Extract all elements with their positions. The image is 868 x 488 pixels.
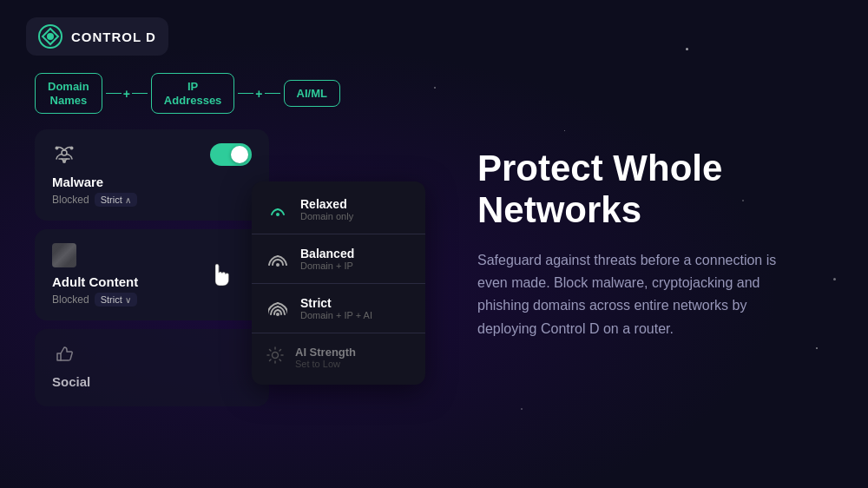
- card-social[interactable]: Social: [35, 329, 269, 406]
- dropdown-divider-3: [252, 333, 425, 333]
- dropdown-divider-1: [252, 234, 425, 234]
- signal-high-icon: [266, 296, 290, 320]
- svg-point-4: [70, 147, 74, 150]
- malware-icon: [52, 143, 76, 168]
- hero-description: Safeguard against threats before a conne…: [477, 249, 790, 341]
- headline-bold: Protect: [477, 148, 603, 188]
- social-icon: [52, 343, 76, 367]
- card-social-header: [52, 343, 252, 367]
- malware-label: Blocked: [52, 194, 89, 206]
- left-panel: CONTROL D Domain Names + IP Addresses + …: [0, 0, 451, 488]
- social-title: Social: [52, 374, 252, 389]
- dropdown-menu: Relaxed Domain only: [252, 181, 425, 385]
- dropdown-relaxed-text: Relaxed Domain only: [300, 197, 353, 221]
- tab-ip-addresses[interactable]: IP Addresses: [151, 73, 234, 114]
- hero-headline: Protect WholeNetworks: [477, 148, 825, 232]
- ai-strength-text: AI Strength Set to Low: [295, 346, 356, 369]
- adult-title: Adult Content: [52, 274, 252, 289]
- svg-point-8: [276, 313, 279, 316]
- logo-text: CONTROL D: [71, 30, 156, 44]
- tab-connector-2: +: [234, 87, 283, 101]
- adult-badge[interactable]: Strict ∨: [95, 293, 137, 307]
- adult-subtitle: Blocked Strict ∨: [52, 293, 252, 307]
- logo[interactable]: CONTROL D: [26, 17, 168, 56]
- adult-content-icon: [52, 243, 76, 267]
- svg-point-6: [276, 213, 279, 216]
- malware-toggle[interactable]: [210, 143, 252, 166]
- card-malware[interactable]: Malware Blocked Strict ∧: [35, 129, 269, 221]
- svg-point-1: [47, 33, 54, 40]
- tab-connector-1: +: [102, 87, 151, 101]
- card-adult-content[interactable]: Adult Content Blocked Strict ∨: [35, 229, 269, 320]
- svg-point-9: [273, 353, 279, 359]
- signal-low-icon: [266, 197, 290, 221]
- dropdown-item-strict[interactable]: Strict Domain + IP + AI: [252, 287, 425, 329]
- tab-domain-names[interactable]: Domain Names: [35, 73, 102, 114]
- card-malware-header: [52, 143, 252, 168]
- malware-subtitle: Blocked Strict ∧: [52, 193, 252, 207]
- dropdown-divider-2: [252, 283, 425, 284]
- malware-badge[interactable]: Strict ∧: [95, 193, 137, 207]
- tab-bar: Domain Names + IP Addresses + AI/ML: [35, 73, 425, 114]
- right-panel: Protect WholeNetworks Safeguard against …: [451, 0, 868, 488]
- card-adult-header: [52, 243, 252, 267]
- dropdown-ai-strength[interactable]: AI Strength Set to Low: [252, 337, 425, 378]
- tab-ai-ml[interactable]: AI/ML: [284, 80, 340, 108]
- logo-icon: [38, 24, 62, 49]
- dropdown-item-balanced[interactable]: Balanced Domain + IP: [252, 238, 425, 280]
- cards-area: Malware Blocked Strict ∧ Adult Content: [35, 129, 425, 415]
- signal-mid-icon: [266, 247, 290, 271]
- dropdown-balanced-text: Balanced Domain + IP: [300, 247, 354, 271]
- svg-point-7: [276, 263, 279, 267]
- adult-label: Blocked: [52, 293, 89, 306]
- dropdown-strict-text: Strict Domain + IP + AI: [300, 296, 372, 320]
- svg-point-3: [56, 147, 59, 150]
- malware-title: Malware: [52, 175, 252, 189]
- gear-icon: [266, 346, 285, 369]
- dropdown-item-relaxed[interactable]: Relaxed Domain only: [252, 188, 425, 230]
